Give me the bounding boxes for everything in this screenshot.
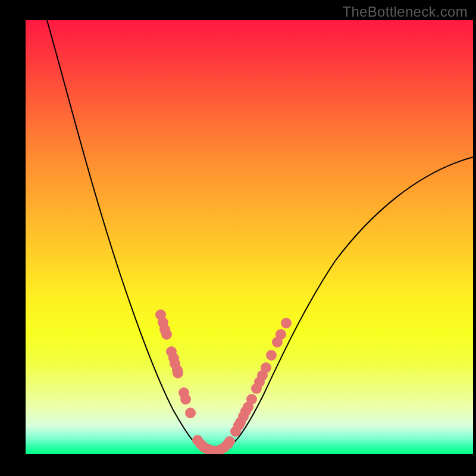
data-points-right [230, 318, 292, 437]
data-point [281, 318, 292, 328]
data-point [180, 394, 191, 405]
data-point [275, 329, 286, 340]
data-point [185, 408, 196, 418]
data-point [261, 362, 271, 373]
data-point [246, 394, 257, 405]
data-point [173, 368, 183, 378]
data-point [224, 436, 235, 447]
watermark-text: TheBottleneck.com [342, 4, 468, 20]
data-points-left [155, 309, 196, 418]
chart-svg [26, 20, 473, 454]
x-axis-area [26, 454, 473, 476]
data-points-bottom [192, 435, 235, 454]
data-point [266, 350, 277, 361]
data-point [161, 329, 172, 340]
